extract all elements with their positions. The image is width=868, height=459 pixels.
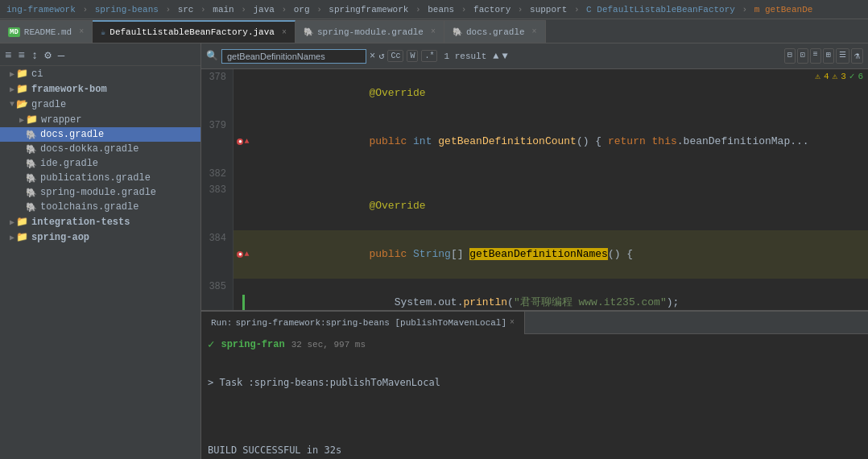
sidebar-item-ide-gradle[interactable]: ▶ 🐘 ide.gradle <box>0 156 200 171</box>
search-clear[interactable]: × <box>370 51 375 62</box>
sidebar-item-publications-label: publications.gradle <box>40 172 151 184</box>
search-opt-3[interactable]: ≡ <box>810 48 821 64</box>
sidebar-btn-1[interactable]: ≡ <box>3 48 13 64</box>
search-opt-2[interactable]: ⊡ <box>797 48 808 64</box>
ok-count: 6 <box>858 72 863 81</box>
search-whole-word[interactable]: W <box>407 50 418 62</box>
bottom-content: ✓ spring-fran 32 sec, 997 ms > Task :spr… <box>201 334 868 459</box>
gradle-file-icon: 🐘 <box>26 173 37 184</box>
sidebar-item-integration-tests[interactable]: ▶ 📁 integration-tests <box>0 214 200 229</box>
folder-icon: 📁 <box>16 68 28 80</box>
tab-docs-gradle[interactable]: 🐘 docs.gradle × <box>444 20 546 43</box>
sidebar: ≡ ≡ ↕ ⚙ — ▶ 📁 ci ▶ 📁 framework-bom ▼ 📂 g… <box>0 43 201 459</box>
bottom-output: > Task :spring-beans:publishToMavenLocal… <box>208 354 862 459</box>
folder-icon: 📂 <box>16 98 28 110</box>
output-line-2 <box>208 411 862 422</box>
sidebar-item-spring-aop-label: spring-aop <box>31 232 89 243</box>
code-area[interactable]: ⚠ 4 ⚠ 3 ✓ 6 378 @Override <box>201 69 868 310</box>
search-refresh[interactable]: ↺ <box>378 50 384 62</box>
bottom-panel: Run: spring-framework:spring-beans [publ… <box>201 310 868 459</box>
folder-icon: 📁 <box>16 231 28 243</box>
run-project-name: spring-fran <box>221 339 284 350</box>
md-icon: MD <box>8 27 20 37</box>
search-opt-5[interactable]: ☰ <box>836 48 849 64</box>
bottom-tab-close[interactable]: × <box>510 318 515 327</box>
arrow-up-icon: ▲ <box>244 134 249 150</box>
bottom-tab-run[interactable]: Run: spring-framework:spring-beans [publ… <box>201 312 525 334</box>
tab-readme-close[interactable]: × <box>79 27 84 36</box>
sidebar-item-ci-label: ci <box>31 68 43 80</box>
tab-defaultlistable-label: DefaultListableBeanFactory.java <box>110 27 275 37</box>
line-code-383: @Override <box>253 182 868 230</box>
arrow-icon: ▶ <box>10 85 14 94</box>
sidebar-item-spring-module-label: spring-module.gradle <box>40 187 156 198</box>
search-opt-1[interactable]: ⊟ <box>784 48 796 64</box>
sidebar-item-docs-dokka-label: docs-dokka.gradle <box>40 143 138 155</box>
run-time: 32 sec, 997 ms <box>291 340 366 349</box>
sidebar-item-spring-aop[interactable]: ▶ 📁 spring-aop <box>0 229 200 245</box>
sidebar-item-framework-bom-label: framework-bom <box>31 84 107 95</box>
bottom-tab-bar: Run: spring-framework:spring-beans [publ… <box>201 312 868 334</box>
warn-count-2: 3 <box>841 72 846 81</box>
sidebar-item-wrapper[interactable]: ▶ 📁 wrapper <box>0 112 200 127</box>
arrow-icon: ▶ <box>10 217 14 227</box>
sidebar-item-toolchains-gradle[interactable]: ▶ 🐘 toolchains.gradle <box>0 200 200 214</box>
tab-readme[interactable]: MD README.md × <box>0 20 93 43</box>
sidebar-item-toolchains-label: toolchains.gradle <box>40 201 138 213</box>
gradle-file-icon: 🐘 <box>26 188 37 198</box>
sidebar-item-docs-dokka-gradle[interactable]: ▶ 🐘 docs-dokka.gradle <box>0 142 200 156</box>
tab-defaultlistable-close[interactable]: × <box>282 28 287 37</box>
green-indicator <box>242 295 245 310</box>
folder-icon: 📁 <box>26 114 38 126</box>
check-icon: ✓ <box>208 337 214 351</box>
run-header: ✓ spring-fran 32 sec, 997 ms <box>208 337 862 351</box>
sidebar-item-docs-gradle[interactable]: ▶ 🐘 docs.gradle <box>0 127 200 142</box>
sidebar-close[interactable]: — <box>56 48 66 64</box>
tab-readme-label: README.md <box>24 27 72 37</box>
sidebar-item-ci[interactable]: ▶ 📁 ci <box>0 66 200 81</box>
line-number-383: 383 <box>201 182 234 230</box>
tab-spring-module-close[interactable]: × <box>431 27 436 36</box>
sidebar-item-integration-tests-label: integration-tests <box>31 217 130 228</box>
search-icon: 🔍 <box>206 50 218 62</box>
sidebar-item-spring-module-gradle[interactable]: ▶ 🐘 spring-module.gradle <box>0 185 200 200</box>
search-input[interactable] <box>221 49 366 64</box>
sidebar-item-framework-bom[interactable]: ▶ 📁 framework-bom <box>0 81 200 97</box>
breadcrumb-text: ing-framework › spring-beans › src › mai… <box>6 5 812 14</box>
warn-icon-1: ⚠ <box>815 71 820 81</box>
warn-icon-2: ⚠ <box>833 71 838 81</box>
search-next[interactable]: ▼ <box>502 51 508 62</box>
tab-docs-gradle-close[interactable]: × <box>532 27 537 36</box>
line-code-384: public String[] getBeanDefinitionNames()… <box>253 230 868 279</box>
tab-spring-module[interactable]: 🐘 spring-module.gradle × <box>296 20 444 43</box>
line-markers-384: ● ▲ <box>234 230 253 279</box>
code-editor-main: ⚠ 4 ⚠ 3 ✓ 6 378 @Override <box>201 69 868 310</box>
arrow-icon: ▶ <box>10 233 14 242</box>
folder-icon: 📁 <box>16 216 28 228</box>
line-markers-385 <box>234 279 253 310</box>
line-number-384: 384 <box>201 230 234 279</box>
sidebar-btn-2[interactable]: ≡ <box>16 48 26 64</box>
code-line-379: 379 ● ▲ public int getBeanDefinitionCoun… <box>201 118 868 166</box>
line-number-382: 382 <box>201 166 234 182</box>
tab-bar: MD README.md × ☕ DefaultListableBeanFact… <box>0 19 868 43</box>
tab-defaultlistable[interactable]: ☕ DefaultListableBeanFactory.java × <box>93 20 296 43</box>
output-line-1: > Task :spring-beans:publishToMavenLocal <box>208 377 862 388</box>
search-bar: 🔍 × ↺ Cc W .* 1 result ▲ ▼ ⊟ ⊡ ≡ ⊞ ☰ ⚗ <box>201 43 868 69</box>
sidebar-item-docs-gradle-label: docs.gradle <box>40 129 104 140</box>
search-regex[interactable]: .* <box>421 50 437 62</box>
sidebar-item-publications-gradle[interactable]: ▶ 🐘 publications.gradle <box>0 171 200 185</box>
breakpoint-icon: ● <box>237 139 243 145</box>
line-code-385: System.out.println("君哥聊编程 www.it235.com"… <box>253 279 868 310</box>
search-filter[interactable]: ⚗ <box>851 48 863 64</box>
code-line-383: 383 @Override <box>201 182 868 230</box>
arrow-icon: ▼ <box>10 100 14 109</box>
sidebar-settings[interactable]: ⚙ <box>43 47 52 64</box>
sidebar-item-gradle[interactable]: ▼ 📂 gradle <box>0 97 200 112</box>
search-prev[interactable]: ▲ <box>493 51 498 62</box>
search-opt-4[interactable]: ⊞ <box>823 48 834 64</box>
sidebar-btn-3[interactable]: ↕ <box>30 48 39 64</box>
tab-spring-module-label: spring-module.gradle <box>317 27 424 37</box>
line-markers-378 <box>234 69 253 118</box>
search-match-case[interactable]: Cc <box>387 50 403 62</box>
